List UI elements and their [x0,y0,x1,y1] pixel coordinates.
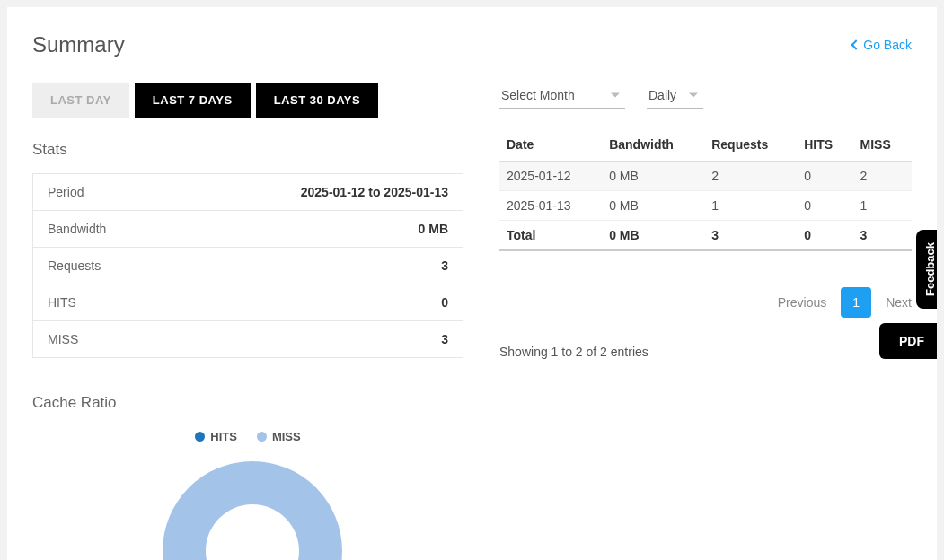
cache-ratio-donut-chart [163,461,342,560]
stats-value: 2025-01-12 to 2025-01-13 [176,174,463,211]
month-select[interactable]: Select Month [499,83,625,109]
cell-miss: 2 [853,162,912,191]
pdf-button[interactable]: PDF [879,323,937,359]
stats-label: Requests [33,248,176,284]
legend-item-hits[interactable]: HITS [195,430,237,443]
right-column: Select Month Daily Date Bandwidth Reques… [499,83,912,560]
granularity-select[interactable]: Daily [647,83,703,109]
page-title: Summary [32,32,125,57]
content-columns: LAST DAY LAST 7 DAYS LAST 30 DAYS Stats … [32,83,912,560]
legend-item-miss[interactable]: MISS [257,430,301,443]
cache-ratio-heading: Cache Ratio [32,394,463,412]
cell-total-label: Total [499,221,602,251]
th-bandwidth[interactable]: Bandwidth [602,128,704,162]
legend-label-miss: MISS [272,430,301,443]
page-header: Summary Go Back [32,32,912,57]
range-tabs: LAST DAY LAST 7 DAYS LAST 30 DAYS [32,83,463,118]
stats-label: Bandwidth [33,211,176,248]
cell-total-miss: 3 [853,221,912,251]
data-table-header-row: Date Bandwidth Requests HITS MISS [499,128,912,162]
cell-hits: 0 [797,191,852,221]
table-total-row: Total 0 MB 3 0 3 [499,221,912,251]
stats-value: 3 [176,248,463,284]
tab-last-day[interactable]: LAST DAY [32,83,129,118]
granularity-select-value: Daily [648,88,676,102]
month-select-value: Select Month [501,88,575,102]
data-table: Date Bandwidth Requests HITS MISS 2025-0… [499,128,912,251]
stats-row: MISS3 [33,321,463,358]
cell-bandwidth: 0 MB [602,162,704,191]
table-row: 2025-01-12 0 MB 2 0 2 [499,162,912,191]
cell-hits: 0 [797,162,852,191]
left-column: LAST DAY LAST 7 DAYS LAST 30 DAYS Stats … [32,83,463,560]
go-back-link[interactable]: Go Back [852,38,912,52]
table-row: 2025-01-13 0 MB 1 0 1 [499,191,912,221]
th-requests[interactable]: Requests [704,128,797,162]
cell-date: 2025-01-13 [499,191,602,221]
legend-dot-miss-icon [257,432,267,442]
th-hits[interactable]: HITS [797,128,852,162]
th-miss[interactable]: MISS [853,128,912,162]
tab-last-30[interactable]: LAST 30 DAYS [256,83,379,118]
summary-page: Summary Go Back LAST DAY LAST 7 DAYS LAS… [7,7,937,560]
stats-label: MISS [33,321,176,358]
entries-info: Showing 1 to 2 of 2 entries [499,345,912,359]
cell-total-requests: 3 [704,221,797,251]
stats-heading: Stats [32,141,463,159]
chart-legend: HITS MISS [32,430,463,443]
go-back-label: Go Back [863,38,912,52]
chevron-left-icon [851,39,861,49]
stats-row: Requests3 [33,248,463,284]
triangle-down-icon [611,93,620,98]
tab-last-7[interactable]: LAST 7 DAYS [135,83,251,118]
triangle-down-icon [689,93,698,98]
next-link[interactable]: Next [886,295,912,310]
filter-selects: Select Month Daily [499,83,912,109]
stats-row: Bandwidth0 MB [33,211,463,248]
cell-date: 2025-01-12 [499,162,602,191]
cell-total-bandwidth: 0 MB [602,221,704,251]
legend-label-hits: HITS [210,430,237,443]
cell-requests: 2 [704,162,797,191]
stats-value: 3 [176,321,463,358]
previous-link[interactable]: Previous [778,295,826,310]
cell-bandwidth: 0 MB [602,191,704,221]
pagination: Previous 1 Next [499,287,912,318]
stats-label: Period [33,174,176,211]
legend-dot-hits-icon [195,432,205,442]
cell-requests: 1 [704,191,797,221]
current-page[interactable]: 1 [841,287,871,318]
cell-miss: 1 [853,191,912,221]
stats-value: 0 MB [176,211,463,248]
stats-row: Period2025-01-12 to 2025-01-13 [33,174,463,211]
th-date[interactable]: Date [499,128,602,162]
feedback-tab[interactable]: Feedback [916,230,937,309]
stats-label: HITS [33,284,176,321]
stats-row: HITS0 [33,284,463,321]
stats-value: 0 [176,284,463,321]
stats-table: Period2025-01-12 to 2025-01-13 Bandwidth… [32,173,463,358]
cell-total-hits: 0 [797,221,852,251]
